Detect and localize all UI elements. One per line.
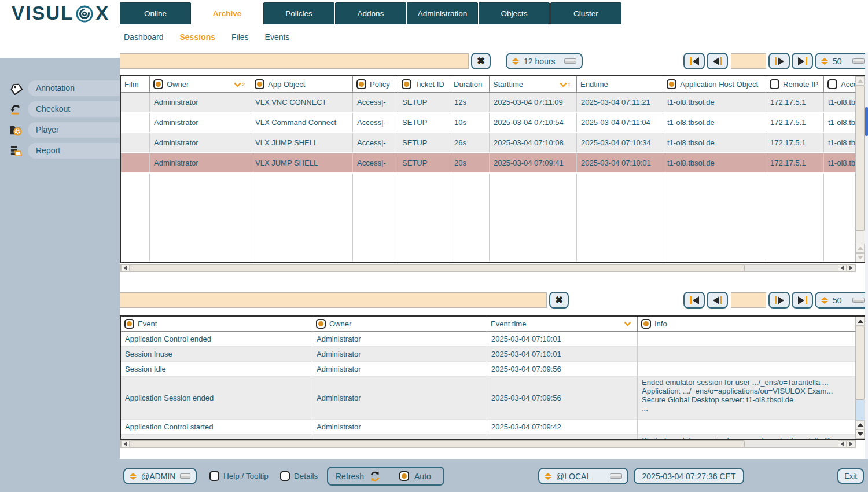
sidebar-item-annotation[interactable]: Annotation	[0, 80, 120, 96]
sidebar-item-report[interactable]: Report	[0, 143, 120, 159]
local-scope-dropdown[interactable]: @LOCAL	[538, 468, 628, 484]
tab-online[interactable]: Online	[120, 2, 191, 24]
sidebar-item-checkout[interactable]: Checkout	[0, 101, 120, 117]
checkbox-icon[interactable]	[827, 79, 837, 89]
filter-icon[interactable]	[316, 319, 326, 329]
scroll-up-button[interactable]	[856, 317, 865, 326]
scroll-left-button[interactable]	[838, 440, 847, 447]
subtab-events[interactable]: Events	[265, 32, 290, 42]
column-header-ticket-id[interactable]: Ticket ID	[398, 76, 450, 93]
filter-icon[interactable]	[402, 79, 411, 89]
checkbox-icon[interactable]	[770, 79, 779, 89]
scrollbar-thumb[interactable]	[856, 326, 865, 400]
last-page-button[interactable]	[792, 53, 813, 69]
page-number-input[interactable]	[731, 53, 766, 69]
sessions-clear-filter-button[interactable]: ✖	[471, 53, 491, 69]
events-clear-filter-button[interactable]: ✖	[549, 292, 569, 309]
scroll-up-button[interactable]	[856, 420, 865, 429]
scroll-left-button[interactable]	[838, 265, 847, 271]
scrollbar-thumb[interactable]	[130, 440, 745, 447]
next-page-button[interactable]	[768, 292, 790, 309]
exit-button[interactable]: Exit	[837, 468, 864, 484]
session-row[interactable]: Administrator VLX JUMP SHELL Access|- SE…	[121, 133, 855, 153]
session-row[interactable]: Administrator VLX VNC CONNECT Access|- S…	[121, 93, 855, 113]
filter-icon[interactable]	[153, 79, 163, 89]
event-row[interactable]: Application Control ended Administrator …	[121, 332, 855, 347]
tab-cluster[interactable]: Cluster	[550, 2, 621, 24]
event-row[interactable]: Started emulator session for user .../_e…	[121, 435, 855, 439]
event-row[interactable]: Application Session ended Administrator …	[121, 377, 855, 420]
column-header-account[interactable]: Account	[824, 76, 855, 93]
scroll-up-button[interactable]	[856, 244, 865, 253]
next-page-button[interactable]	[768, 53, 790, 69]
subtab-sessions[interactable]: Sessions	[180, 32, 215, 42]
scrollbar-thumb[interactable]	[865, 107, 868, 136]
event-row[interactable]: Session Inuse Administrator 2025-03-04 0…	[121, 347, 855, 362]
event-row[interactable]: Session Idle Administrator 2025-03-04 07…	[121, 362, 855, 377]
page-number-input[interactable]	[731, 292, 766, 308]
scroll-right-button[interactable]	[847, 265, 855, 271]
column-header-owner[interactable]: Owner 2	[150, 76, 251, 93]
column-header-application-host-object[interactable]: Application Host Object	[663, 76, 766, 93]
subtab-files[interactable]: Files	[231, 32, 249, 42]
page-size-dropdown[interactable]: 50	[815, 53, 868, 69]
clock-display[interactable]: 2025-03-04 07:27:36 CET	[634, 468, 744, 484]
tab-archive[interactable]: Archive	[192, 2, 263, 24]
column-header-starttime[interactable]: Starttime 1	[490, 76, 577, 93]
first-page-button[interactable]	[683, 53, 705, 69]
column-header-event-time[interactable]: Event time	[487, 317, 638, 332]
sessions-search-input[interactable]	[120, 53, 469, 69]
scroll-right-button[interactable]	[847, 440, 855, 447]
event-info-cell: Ended emulator session for user .../_ens…	[638, 377, 855, 419]
refresh-icon[interactable]	[369, 471, 381, 482]
scroll-down-button[interactable]	[856, 253, 865, 262]
tab-administration[interactable]: Administration	[407, 2, 478, 24]
column-header-policy[interactable]: Policy	[353, 76, 398, 93]
column-header-endtime[interactable]: Endtime	[577, 76, 663, 93]
column-header-remote-ip[interactable]: Remote IP	[766, 76, 824, 93]
auto-refresh-toggle[interactable]	[399, 471, 409, 481]
column-header-event[interactable]: Event	[121, 317, 312, 332]
column-header-duration[interactable]: Duration	[450, 76, 490, 93]
page-size-dropdown[interactable]: 50	[815, 292, 868, 309]
first-page-button[interactable]	[683, 292, 705, 309]
scrollbar-thumb[interactable]	[130, 265, 745, 271]
column-header-owner[interactable]: Owner	[312, 317, 487, 332]
refresh-button[interactable]: Refresh	[336, 472, 364, 481]
tab-addons[interactable]: Addons	[335, 2, 406, 24]
dropdown-handle-icon	[564, 58, 576, 64]
filter-icon[interactable]	[124, 319, 134, 329]
previous-page-button[interactable]	[707, 53, 728, 69]
sidebar-item-player[interactable]: Player	[0, 122, 120, 138]
previous-page-button[interactable]	[707, 292, 728, 309]
details-checkbox[interactable]	[280, 471, 290, 481]
column-header-app-object[interactable]: App Object	[251, 76, 353, 93]
tab-policies[interactable]: Policies	[263, 2, 334, 24]
filter-icon[interactable]	[641, 319, 651, 329]
sessions-table-header: Film Owner 2 App Object Policy Ticket ID…	[121, 76, 855, 93]
subtab-dashboard[interactable]: Dashboard	[124, 32, 164, 42]
events-search-input[interactable]	[120, 292, 547, 308]
scroll-down-button[interactable]	[856, 429, 865, 439]
event-row[interactable]: Application Control started Administrato…	[121, 420, 855, 435]
session-row[interactable]: Administrator VLX Command Connect Access…	[121, 113, 855, 133]
sessions-horizontal-scrollbar	[120, 264, 856, 272]
filter-icon[interactable]	[255, 79, 264, 89]
scroll-left-button[interactable]	[121, 265, 130, 271]
admin-scope-dropdown[interactable]: @ADMIN	[123, 468, 197, 484]
scroll-up-button[interactable]	[856, 76, 865, 86]
last-page-button[interactable]	[792, 292, 813, 309]
dropdown-handle-icon	[852, 58, 865, 64]
time-range-dropdown[interactable]: 12 hours	[506, 53, 583, 69]
column-header-info[interactable]: Info	[638, 317, 855, 332]
filter-icon[interactable]	[356, 79, 366, 89]
scroll-left-button[interactable]	[121, 440, 130, 447]
refresh-group: Refresh Auto	[327, 467, 444, 486]
help-tooltip-checkbox[interactable]	[209, 471, 219, 481]
tab-objects[interactable]: Objects	[479, 2, 550, 24]
filter-icon[interactable]	[667, 79, 676, 89]
column-header-film[interactable]: Film	[121, 76, 150, 93]
scrollbar-thumb[interactable]	[856, 86, 865, 231]
page-scrollbar[interactable]	[865, 52, 868, 492]
session-row-selected[interactable]: Administrator VLX JUMP SHELL Access|- SE…	[121, 153, 855, 174]
